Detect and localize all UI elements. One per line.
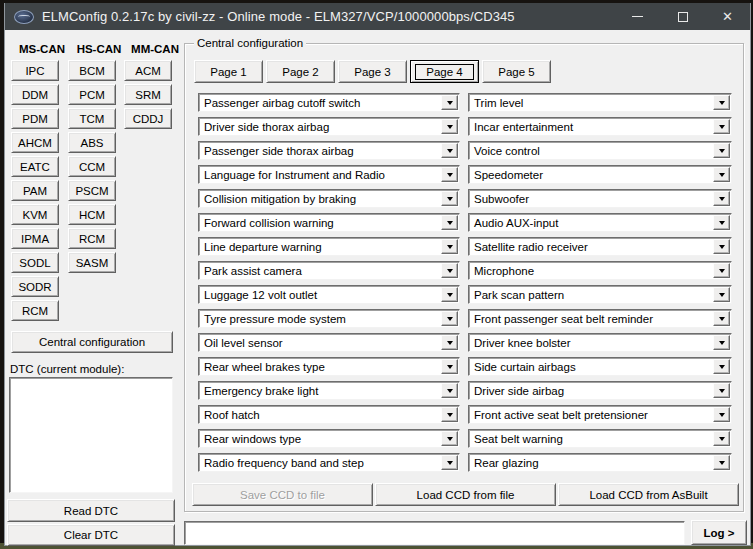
config-dropdown[interactable]: Audio AUX-input	[468, 213, 732, 232]
tab-page-1[interactable]: Page 1	[194, 60, 263, 83]
dropdown-arrow-button[interactable]	[441, 431, 458, 446]
config-dropdown[interactable]: Microphone	[468, 261, 732, 280]
config-dropdown[interactable]: Driver side airbag	[468, 381, 732, 400]
config-dropdown[interactable]: Line departure warning	[198, 237, 460, 256]
config-dropdown[interactable]: Tyre pressure mode system	[198, 309, 460, 328]
tab-page-3[interactable]: Page 3	[338, 60, 407, 83]
config-dropdown[interactable]: Radio frequency band and step	[198, 453, 460, 472]
dropdown-arrow-button[interactable]	[441, 119, 458, 134]
config-dropdown[interactable]: Incar entertainment	[468, 117, 732, 136]
config-dropdown[interactable]: Park scan pattern	[468, 285, 732, 304]
module-button[interactable]: HCM	[68, 204, 116, 225]
module-button[interactable]: RCM	[11, 300, 59, 321]
module-button[interactable]: BCM	[68, 60, 116, 81]
module-button[interactable]: PCM	[68, 84, 116, 105]
dropdown-arrow-button[interactable]	[713, 239, 730, 254]
dropdown-arrow-button[interactable]	[441, 143, 458, 158]
module-button[interactable]: PDM	[11, 108, 59, 129]
tab-page-4-active[interactable]: Page 4	[410, 60, 479, 83]
dropdown-arrow-button[interactable]	[713, 359, 730, 374]
module-button[interactable]: AHCM	[11, 132, 59, 153]
dropdown-arrow-button[interactable]	[441, 287, 458, 302]
dropdown-arrow-button[interactable]	[713, 455, 730, 470]
config-dropdown[interactable]: Voice control	[468, 141, 732, 160]
dropdown-arrow-button[interactable]	[441, 383, 458, 398]
module-button[interactable]: KVM	[11, 204, 59, 225]
dropdown-arrow-button[interactable]	[441, 311, 458, 326]
module-button[interactable]: RCM	[68, 228, 116, 249]
dropdown-arrow-button[interactable]	[713, 215, 730, 230]
command-input[interactable]	[184, 521, 685, 545]
module-button[interactable]: CDDJ	[124, 108, 172, 129]
config-dropdown[interactable]: Park assist camera	[198, 261, 460, 280]
dropdown-arrow-button[interactable]	[441, 455, 458, 470]
dropdown-arrow-button[interactable]	[441, 335, 458, 350]
dropdown-arrow-button[interactable]	[713, 335, 730, 350]
dropdown-arrow-button[interactable]	[713, 143, 730, 158]
module-button[interactable]: SODR	[11, 276, 59, 297]
module-button[interactable]: SRM	[124, 84, 172, 105]
dropdown-arrow-button[interactable]	[713, 407, 730, 422]
module-button[interactable]: ABS	[68, 132, 116, 153]
dropdown-arrow-button[interactable]	[713, 167, 730, 182]
config-dropdown[interactable]: Subwoofer	[468, 189, 732, 208]
load-ccd-from-file-button[interactable]: Load CCD from file	[375, 483, 556, 506]
dtc-textarea[interactable]	[9, 377, 173, 493]
tab-page-5[interactable]: Page 5	[482, 60, 551, 83]
config-dropdown[interactable]: Passenger airbag cutoff switch	[198, 93, 460, 112]
dropdown-arrow-button[interactable]	[713, 191, 730, 206]
module-button[interactable]: DDM	[11, 84, 59, 105]
config-dropdown[interactable]: Roof hatch	[198, 405, 460, 424]
dropdown-arrow-button[interactable]	[713, 431, 730, 446]
config-dropdown[interactable]: Rear windows type	[198, 429, 460, 448]
dropdown-arrow-button[interactable]	[441, 191, 458, 206]
module-button[interactable]: IPC	[11, 60, 59, 81]
config-dropdown[interactable]: Rear wheel brakes type	[198, 357, 460, 376]
module-button[interactable]: SODL	[11, 252, 59, 273]
dropdown-arrow-button[interactable]	[441, 239, 458, 254]
dropdown-arrow-button[interactable]	[713, 263, 730, 278]
clear-dtc-button[interactable]: Clear DTC	[7, 524, 175, 546]
dropdown-arrow-button[interactable]	[713, 311, 730, 326]
dropdown-arrow-button[interactable]	[713, 95, 730, 110]
config-dropdown[interactable]: Luggage 12 volt outlet	[198, 285, 460, 304]
config-dropdown[interactable]: Emergency brake light	[198, 381, 460, 400]
close-button[interactable]: ✕	[705, 3, 750, 30]
config-dropdown[interactable]: Front passenger seat belt reminder	[468, 309, 732, 328]
read-dtc-button[interactable]: Read DTC	[7, 499, 175, 522]
dropdown-arrow-button[interactable]	[441, 263, 458, 278]
module-button[interactable]: ACM	[124, 60, 172, 81]
config-dropdown[interactable]: Speedometer	[468, 165, 732, 184]
dropdown-arrow-button[interactable]	[441, 167, 458, 182]
config-dropdown[interactable]: Driver side thorax airbag	[198, 117, 460, 136]
dropdown-arrow-button[interactable]	[713, 287, 730, 302]
dropdown-arrow-button[interactable]	[441, 359, 458, 374]
config-dropdown[interactable]: Forward collision warning	[198, 213, 460, 232]
config-dropdown[interactable]: Oil level sensor	[198, 333, 460, 352]
config-dropdown[interactable]: Seat belt warning	[468, 429, 732, 448]
module-button[interactable]: PSCM	[68, 180, 116, 201]
dropdown-arrow-button[interactable]	[713, 119, 730, 134]
config-dropdown[interactable]: Collision mitigation by braking	[198, 189, 460, 208]
central-configuration-button[interactable]: Central configuration	[11, 331, 173, 353]
config-dropdown[interactable]: Rear glazing	[468, 453, 732, 472]
module-button[interactable]: SASM	[68, 252, 116, 273]
tab-page-2[interactable]: Page 2	[266, 60, 335, 83]
dropdown-arrow-button[interactable]	[713, 383, 730, 398]
load-ccd-from-asbuilt-button[interactable]: Load CCD from AsBuilt	[558, 483, 739, 506]
maximize-button[interactable]	[660, 3, 705, 30]
module-button[interactable]: IPMA	[11, 228, 59, 249]
config-dropdown[interactable]: Passenger side thorax airbag	[198, 141, 460, 160]
module-button[interactable]: CCM	[68, 156, 116, 177]
config-dropdown[interactable]: Driver knee bolster	[468, 333, 732, 352]
dropdown-arrow-button[interactable]	[441, 407, 458, 422]
log-button[interactable]: Log >	[691, 520, 747, 545]
config-dropdown[interactable]: Satellite radio receiver	[468, 237, 732, 256]
module-button[interactable]: PAM	[11, 180, 59, 201]
config-dropdown[interactable]: Language for Instrument and Radio	[198, 165, 460, 184]
config-dropdown[interactable]: Side curtain airbags	[468, 357, 732, 376]
dropdown-arrow-button[interactable]	[441, 95, 458, 110]
dropdown-arrow-button[interactable]	[441, 215, 458, 230]
config-dropdown[interactable]: Front active seat belt pretensioner	[468, 405, 732, 424]
module-button[interactable]: TCM	[68, 108, 116, 129]
